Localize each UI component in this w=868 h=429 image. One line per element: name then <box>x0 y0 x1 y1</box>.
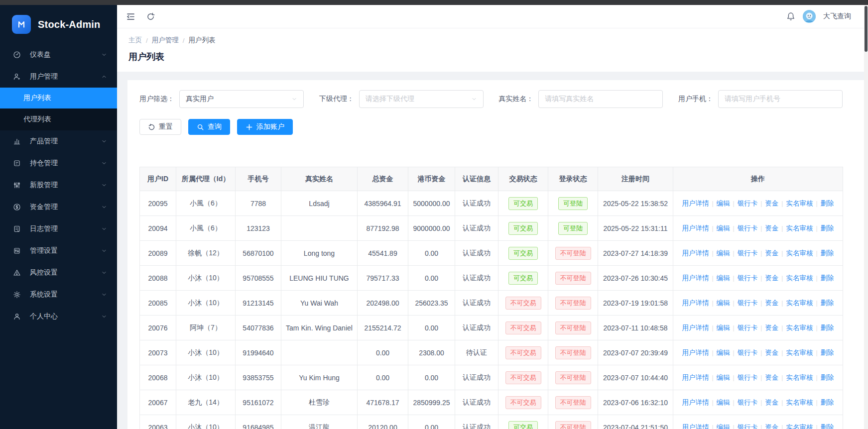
reset-button[interactable]: 重置 <box>139 119 181 135</box>
page-scrollbar[interactable] <box>864 5 868 429</box>
action-kyc-audit-link[interactable]: 实名审核 <box>786 274 813 282</box>
action-delete-link[interactable]: 删除 <box>821 424 834 429</box>
action-delete-link[interactable]: 删除 <box>821 349 834 356</box>
sidebar-item-funds-manage[interactable]: 资金管理 <box>0 196 117 218</box>
action-funds-link[interactable]: 资金 <box>765 200 778 207</box>
action-edit-link[interactable]: 编辑 <box>717 424 730 429</box>
cell-phone: 95161072 <box>236 390 281 415</box>
action-separator: | <box>733 300 735 307</box>
action-kyc-audit-link[interactable]: 实名审核 <box>786 374 813 381</box>
sidebar-item-product-manage[interactable]: 产品管理 <box>0 130 117 152</box>
action-user-detail-link[interactable]: 用户详情 <box>682 424 709 429</box>
action-delete-link[interactable]: 删除 <box>821 224 834 232</box>
action-funds-link[interactable]: 资金 <box>765 249 778 257</box>
action-edit-link[interactable]: 编辑 <box>717 324 730 331</box>
action-bank-card-link[interactable]: 银行卡 <box>738 399 758 406</box>
filter-label-real-name: 真实姓名： <box>498 95 533 104</box>
sidebar-item-position-manage[interactable]: 持仓管理 <box>0 152 117 174</box>
logo[interactable]: Stock-Admin <box>0 5 117 41</box>
avatar[interactable] <box>803 10 816 23</box>
add-account-button[interactable]: 添加账户 <box>237 119 293 135</box>
action-kyc-audit-link[interactable]: 实名审核 <box>786 224 813 232</box>
sidebar-item-user-manage[interactable]: 用户管理 <box>0 66 117 88</box>
action-edit-link[interactable]: 编辑 <box>717 249 730 257</box>
action-edit-link[interactable]: 编辑 <box>717 349 730 356</box>
action-user-detail-link[interactable]: 用户详情 <box>682 324 709 331</box>
action-delete-link[interactable]: 删除 <box>821 324 834 331</box>
action-user-detail-link[interactable]: 用户详情 <box>682 274 709 282</box>
action-funds-link[interactable]: 资金 <box>765 299 778 307</box>
action-funds-link[interactable]: 资金 <box>765 224 778 232</box>
username[interactable]: 大飞查询 <box>823 12 851 21</box>
action-user-detail-link[interactable]: 用户详情 <box>682 399 709 406</box>
action-delete-link[interactable]: 删除 <box>821 374 834 381</box>
action-funds-link[interactable]: 资金 <box>765 374 778 381</box>
bell-icon[interactable] <box>786 12 795 21</box>
breadcrumb-home[interactable]: 主页 <box>128 36 142 45</box>
action-bank-card-link[interactable]: 银行卡 <box>738 224 758 232</box>
table-row: 20076阿坤（7）54077836Tam Kin. Wing Daniel21… <box>140 316 843 340</box>
action-funds-link[interactable]: 资金 <box>765 324 778 331</box>
action-edit-link[interactable]: 编辑 <box>717 200 730 207</box>
action-funds-link[interactable]: 资金 <box>765 399 778 406</box>
select-user-filter[interactable]: 真实用户 <box>179 90 304 108</box>
action-delete-link[interactable]: 删除 <box>821 274 834 282</box>
action-bank-card-link[interactable]: 银行卡 <box>738 299 758 307</box>
action-user-detail-link[interactable]: 用户详情 <box>682 224 709 232</box>
sidebar-item-risk-settings[interactable]: 风控设置 <box>0 262 117 284</box>
breadcrumb-user-manage[interactable]: 用户管理 <box>152 36 179 45</box>
sidebar-item-agent-list[interactable]: 代理列表 <box>0 108 117 130</box>
action-funds-link[interactable]: 资金 <box>765 274 778 282</box>
action-kyc-audit-link[interactable]: 实名审核 <box>786 249 813 257</box>
action-edit-link[interactable]: 编辑 <box>717 224 730 232</box>
search-label: 查询 <box>208 122 222 131</box>
action-bank-card-link[interactable]: 银行卡 <box>738 274 758 282</box>
sidebar-item-admin-settings[interactable]: 管理设置 <box>0 240 117 262</box>
input-real-name[interactable]: 请填写真实姓名 <box>538 90 663 108</box>
sidebar-item-ipo-manage[interactable]: 新股管理 <box>0 174 117 196</box>
action-delete-link[interactable]: 删除 <box>821 249 834 257</box>
sidebar-item-log-manage[interactable]: 日志管理 <box>0 218 117 240</box>
sidebar-item-user-list[interactable]: 用户列表 <box>0 88 117 108</box>
action-kyc-audit-link[interactable]: 实名审核 <box>786 299 813 307</box>
sidebar-item-system-settings[interactable]: 系统设置 <box>0 284 117 306</box>
refresh-icon[interactable] <box>146 12 155 21</box>
action-delete-link[interactable]: 删除 <box>821 299 834 307</box>
action-edit-link[interactable]: 编辑 <box>717 399 730 406</box>
action-user-detail-link[interactable]: 用户详情 <box>682 349 709 356</box>
cell-id: 20067 <box>140 390 176 415</box>
sidebar-item-dashboard[interactable]: 仪表盘 <box>0 44 117 66</box>
action-kyc-audit-link[interactable]: 实名审核 <box>786 200 813 207</box>
funds-icon <box>13 203 21 212</box>
action-bank-card-link[interactable]: 银行卡 <box>738 349 758 356</box>
action-bank-card-link[interactable]: 银行卡 <box>738 200 758 207</box>
action-bank-card-link[interactable]: 银行卡 <box>738 324 758 331</box>
action-kyc-audit-link[interactable]: 实名审核 <box>786 349 813 356</box>
action-kyc-audit-link[interactable]: 实名审核 <box>786 399 813 406</box>
action-funds-link[interactable]: 资金 <box>765 349 778 356</box>
action-bank-card-link[interactable]: 银行卡 <box>738 424 758 429</box>
action-separator: | <box>712 349 713 356</box>
select-sub-agent[interactable]: 请选择下级代理 <box>359 90 484 108</box>
system-icon <box>13 291 21 299</box>
action-user-detail-link[interactable]: 用户详情 <box>682 200 709 207</box>
sidebar-item-label: 资金管理 <box>30 203 101 212</box>
action-edit-link[interactable]: 编辑 <box>717 274 730 282</box>
search-button[interactable]: 查询 <box>188 119 230 135</box>
action-edit-link[interactable]: 编辑 <box>717 299 730 307</box>
action-kyc-audit-link[interactable]: 实名审核 <box>786 324 813 331</box>
action-bank-card-link[interactable]: 银行卡 <box>738 374 758 381</box>
scrollbar-thumb[interactable] <box>865 6 868 52</box>
action-delete-link[interactable]: 删除 <box>821 399 834 406</box>
action-user-detail-link[interactable]: 用户详情 <box>682 374 709 381</box>
action-kyc-audit-link[interactable]: 实名审核 <box>786 424 813 429</box>
action-delete-link[interactable]: 删除 <box>821 200 834 207</box>
action-funds-link[interactable]: 资金 <box>765 424 778 429</box>
action-user-detail-link[interactable]: 用户详情 <box>682 249 709 257</box>
input-user-phone[interactable]: 请填写用户手机号 <box>718 90 843 108</box>
menu-fold-icon[interactable] <box>126 12 135 21</box>
action-user-detail-link[interactable]: 用户详情 <box>682 299 709 307</box>
sidebar-item-profile-center[interactable]: 个人中心 <box>0 306 117 327</box>
action-edit-link[interactable]: 编辑 <box>717 374 730 381</box>
action-bank-card-link[interactable]: 银行卡 <box>738 249 758 257</box>
